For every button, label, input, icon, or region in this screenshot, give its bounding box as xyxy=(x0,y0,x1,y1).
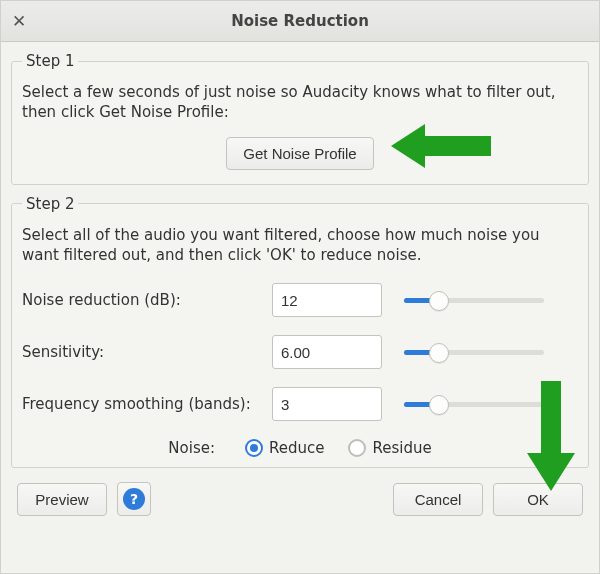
sensitivity-slider[interactable] xyxy=(404,342,544,362)
step1-legend: Step 1 xyxy=(22,52,78,70)
step2-group: Step 2 Select all of the audio you want … xyxy=(11,195,589,469)
freq-smoothing-slider[interactable] xyxy=(404,394,544,414)
radio-reduce-indicator xyxy=(245,439,263,457)
radio-reduce-label: Reduce xyxy=(269,439,324,457)
titlebar: ✕ Noise Reduction xyxy=(1,1,599,42)
param-row-sensitivity: Sensitivity: xyxy=(22,335,578,369)
dialog-window: ✕ Noise Reduction Step 1 Select a few se… xyxy=(0,0,600,574)
dialog-title: Noise Reduction xyxy=(1,12,599,30)
noise-mode-row: Noise: Reduce Residue xyxy=(22,439,578,457)
noise-reduction-label: Noise reduction (dB): xyxy=(22,291,272,309)
ok-button[interactable]: OK xyxy=(493,483,583,516)
radio-residue-indicator xyxy=(348,439,366,457)
freq-smoothing-label: Frequency smoothing (bands): xyxy=(22,395,272,413)
dialog-content: Step 1 Select a few seconds of just nois… xyxy=(1,42,599,524)
sensitivity-label: Sensitivity: xyxy=(22,343,272,361)
button-bar: Preview ? Cancel OK xyxy=(9,478,591,516)
freq-smoothing-input[interactable] xyxy=(272,387,382,421)
get-noise-profile-button[interactable]: Get Noise Profile xyxy=(226,137,373,170)
param-row-noise-reduction: Noise reduction (dB): xyxy=(22,283,578,317)
step1-group: Step 1 Select a few seconds of just nois… xyxy=(11,52,589,185)
cancel-button[interactable]: Cancel xyxy=(393,483,483,516)
step1-instruction: Select a few seconds of just noise so Au… xyxy=(22,82,578,123)
noise-reduction-input[interactable] xyxy=(272,283,382,317)
param-row-freq-smoothing: Frequency smoothing (bands): xyxy=(22,387,578,421)
help-icon: ? xyxy=(123,488,145,510)
radio-residue-label: Residue xyxy=(372,439,431,457)
radio-residue[interactable]: Residue xyxy=(348,439,431,457)
radio-reduce[interactable]: Reduce xyxy=(245,439,324,457)
noise-mode-label: Noise: xyxy=(168,439,215,457)
close-icon[interactable]: ✕ xyxy=(1,1,37,41)
preview-button[interactable]: Preview xyxy=(17,483,107,516)
sensitivity-input[interactable] xyxy=(272,335,382,369)
help-button[interactable]: ? xyxy=(117,482,151,516)
noise-reduction-slider[interactable] xyxy=(404,290,544,310)
step2-legend: Step 2 xyxy=(22,195,78,213)
step2-instruction: Select all of the audio you want filtere… xyxy=(22,225,578,266)
